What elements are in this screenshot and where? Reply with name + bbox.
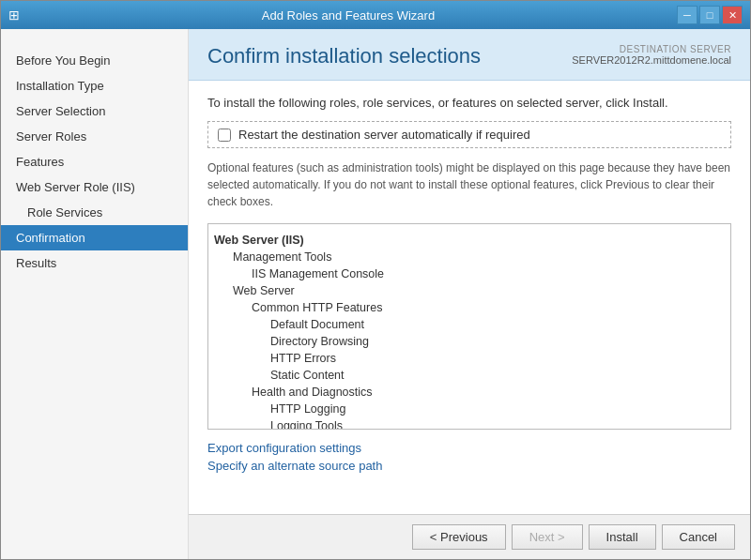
feature-list-item: Default Document [214,316,725,333]
feature-list-item: Static Content [214,367,725,384]
next-button[interactable]: Next > [512,524,583,550]
feature-list-item: Health and Diagnostics [214,384,725,401]
sidebar-item-results[interactable]: Results [1,250,188,276]
sidebar: Before You Begin Installation Type Serve… [1,29,189,559]
sidebar-item-web-server-role[interactable]: Web Server Role (IIS) [1,174,188,200]
feature-list-item: IIS Management Console [214,265,725,282]
install-button[interactable]: Install [589,524,656,550]
restart-checkbox-area: Restart the destination server automatic… [207,121,731,148]
feature-list-item: Management Tools [214,249,725,265]
main-content: Before You Begin Installation Type Serve… [1,29,750,559]
sidebar-item-role-services[interactable]: Role Services [1,200,188,225]
feature-list-item: Common HTTP Features [214,299,725,316]
optional-text: Optional features (such as administratio… [207,159,731,210]
feature-list-item: Web Server [214,282,725,299]
title-bar-icon: ⊞ [8,8,20,23]
footer: < Previous Next > Install Cancel [189,514,750,559]
sidebar-item-confirmation[interactable]: Confirmation [1,225,188,250]
close-button[interactable]: ✕ [722,6,743,24]
cancel-button[interactable]: Cancel [662,524,735,550]
wizard-window: ⊞ Add Roles and Features Wizard ─ □ ✕ Be… [0,0,751,560]
feature-list-item: Web Server (IIS) [214,232,725,249]
title-bar-buttons: ─ □ ✕ [677,6,743,24]
feature-list-item: Directory Browsing [214,333,725,350]
feature-list-item: Logging Tools [214,417,725,430]
page-title: Confirm installation selections [207,44,481,68]
content-area: Confirm installation selections DESTINAT… [189,29,750,559]
features-list: Web Server (IIS)Management ToolsIIS Mana… [207,223,731,430]
sidebar-item-before-you-begin[interactable]: Before You Begin [1,48,188,73]
export-config-link[interactable]: Export configuration settings [207,441,731,455]
destination-server-info: DESTINATION SERVER SERVER2012R2.mittdome… [572,44,731,66]
instruction-text: To install the following roles, role ser… [207,96,731,110]
minimize-button[interactable]: ─ [677,6,697,24]
restart-checkbox[interactable] [218,129,231,142]
sidebar-item-server-selection[interactable]: Server Selection [1,98,188,124]
restart-checkbox-label[interactable]: Restart the destination server automatic… [238,128,530,142]
content-body: To install the following roles, role ser… [189,81,750,514]
content-header: Confirm installation selections DESTINAT… [189,29,750,81]
destination-server-value: SERVER2012R2.mittdomene.local [572,54,731,66]
previous-button[interactable]: < Previous [412,524,506,550]
maximize-button[interactable]: □ [699,6,720,24]
feature-list-item: HTTP Logging [214,401,725,417]
sidebar-item-server-roles[interactable]: Server Roles [1,124,188,149]
title-bar-text: Add Roles and Features Wizard [20,8,677,23]
title-bar: ⊞ Add Roles and Features Wizard ─ □ ✕ [1,1,750,29]
feature-list-item: HTTP Errors [214,350,725,367]
alternate-source-link[interactable]: Specify an alternate source path [207,459,731,473]
destination-server-label: DESTINATION SERVER [572,44,731,54]
links-section: Export configuration settings Specify an… [207,441,731,473]
sidebar-item-features[interactable]: Features [1,149,188,174]
sidebar-item-installation-type[interactable]: Installation Type [1,73,188,98]
